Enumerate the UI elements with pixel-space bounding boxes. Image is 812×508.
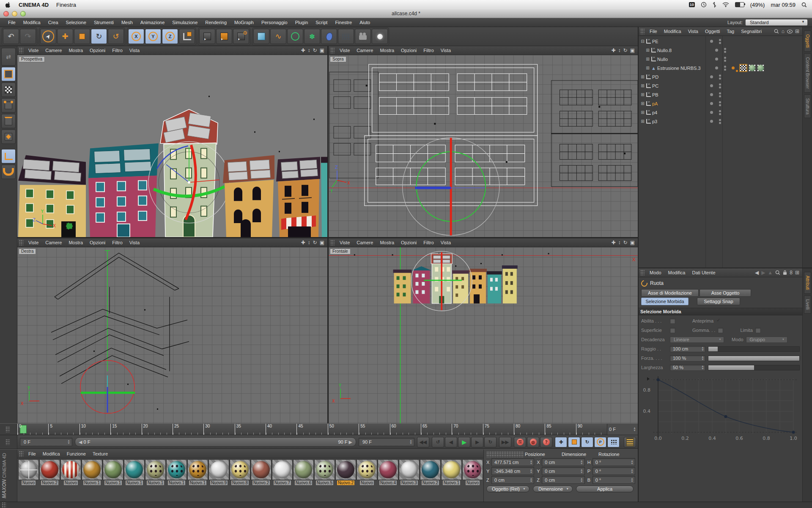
material-menu-item[interactable]: Texture — [89, 451, 111, 456]
render-settings-button[interactable]: ⚙ — [233, 29, 249, 44]
attribute-menu-item[interactable]: Modifica — [665, 270, 689, 275]
viewport-menu-item[interactable]: Filtro — [109, 240, 126, 245]
object-row-pd[interactable]: ⊞PD — [639, 72, 802, 81]
next-frame-button[interactable]: ▶ — [471, 437, 483, 447]
menu-item[interactable]: Crea — [44, 20, 62, 25]
material-item[interactable]: Nuovo.3 — [399, 459, 420, 485]
timeline-tick[interactable]: 25 — [173, 424, 203, 435]
abilita-checkbox[interactable] — [670, 318, 675, 324]
material-item[interactable]: Nuovo — [60, 459, 81, 485]
drag-handle[interactable] — [640, 28, 645, 34]
drag-handle[interactable] — [640, 270, 645, 276]
timeline-frame-field[interactable]: 0 F ▲▼ — [607, 424, 638, 435]
gomma-checkbox[interactable] — [718, 328, 723, 333]
drag-handle[interactable] — [5, 439, 10, 445]
position-x-field[interactable]: 477.571 cm▲▼ — [491, 458, 534, 466]
apply-button[interactable]: Applica — [576, 486, 634, 492]
viewport-menu-item[interactable]: Camere — [353, 240, 376, 245]
pan-view-icon[interactable]: ✚ — [610, 240, 617, 246]
goto-start-button[interactable]: ◀◀ — [417, 437, 429, 447]
drag-handle[interactable] — [19, 451, 23, 457]
tab-content-browser[interactable]: Content Browser — [804, 53, 811, 92]
next-key-button[interactable]: ↻ — [484, 437, 497, 447]
coordinate-system-button[interactable] — [179, 29, 195, 44]
rotate-view-icon[interactable]: ↻ — [622, 47, 629, 53]
undo-button[interactable]: ↶ — [3, 29, 19, 44]
forza-slider[interactable] — [708, 356, 800, 361]
menu-item[interactable]: Modifica — [19, 20, 44, 25]
search-icon[interactable] — [773, 29, 780, 34]
model-mode-button[interactable] — [1, 67, 16, 81]
material-item[interactable]: Nuovo.1 — [441, 459, 462, 485]
menu-item[interactable]: Rendering — [201, 20, 230, 25]
timeline-tick[interactable]: 50 — [328, 424, 359, 435]
anteprima-checkbox[interactable] — [716, 318, 721, 324]
zoom-view-icon[interactable]: ↕ — [307, 240, 312, 246]
viewport-menu-item[interactable]: Filtro — [109, 48, 126, 53]
material-item[interactable]: Nuovo.1 — [187, 459, 208, 485]
drag-handle[interactable] — [486, 451, 523, 457]
layout-dropdown[interactable]: Standard — [745, 19, 808, 26]
material-item[interactable]: Nuovo.8 — [230, 459, 250, 485]
object-manager-menu-item[interactable]: Oggetti — [702, 29, 723, 34]
timeline-tick[interactable]: 45 — [296, 424, 327, 435]
position-y-field[interactable]: -345.348 cm▲▼ — [491, 467, 534, 475]
tab-livelli[interactable]: Livelli — [804, 295, 811, 314]
tag-icon[interactable] — [736, 70, 738, 72]
soft-selection-section-header[interactable]: Selezione Morbida — [639, 308, 802, 315]
timeline-tick[interactable]: 10 — [80, 424, 110, 435]
add-panel-icon[interactable]: ⊞ — [794, 270, 801, 276]
material-menu-item[interactable]: Funzione — [63, 451, 89, 456]
add-camera-button[interactable] — [355, 29, 371, 44]
viewport-menu-item[interactable]: Vista — [437, 48, 454, 53]
object-row-pc[interactable]: ⊞PC — [639, 81, 802, 90]
viewport-menu-item[interactable]: Filtro — [420, 48, 437, 53]
menu-item[interactable]: File — [4, 20, 19, 25]
apple-icon[interactable] — [5, 2, 11, 8]
soft-selection-tab[interactable]: Selezione Morbida — [641, 298, 689, 305]
timeline-tick[interactable]: 20 — [142, 424, 173, 435]
maximize-view-icon[interactable]: ▣ — [318, 47, 326, 53]
material-item[interactable]: Nuovo.1 — [103, 459, 123, 485]
timeline-tick[interactable]: 0 — [17, 424, 48, 435]
pin-icon[interactable]: 8 — [788, 270, 794, 276]
modo-dropdown[interactable]: Gruppo — [746, 337, 787, 343]
history-forward-icon[interactable]: ▶ — [760, 270, 766, 276]
add-primitive-cube-button[interactable] — [253, 29, 269, 44]
viewport-menu-item[interactable]: Vista — [437, 240, 454, 245]
material-item[interactable]: Nuovo.5 — [314, 459, 335, 485]
add-nurbs-generator-button[interactable] — [287, 29, 303, 44]
material-tag-icon[interactable] — [749, 64, 756, 72]
key-scale-toggle[interactable] — [568, 437, 580, 447]
viewport-menu-item[interactable]: Camere — [42, 240, 65, 245]
zoom-view-icon[interactable]: ↕ — [617, 240, 622, 246]
object-row-pb[interactable]: ⊞PB — [639, 90, 802, 99]
position-z-field[interactable]: 0 cm▲▼ — [491, 476, 534, 484]
object-manager-menu-item[interactable]: Vista — [685, 29, 702, 34]
polygons-mode-button[interactable] — [1, 130, 16, 144]
material-item[interactable]: Nuovo.6 — [293, 459, 314, 485]
add-panel-icon[interactable]: ⊞ — [794, 28, 801, 34]
zoom-view-icon[interactable]: ↕ — [617, 47, 622, 53]
viewport-top-canvas[interactable]: Sopra — [329, 55, 638, 237]
move-tool[interactable]: ✚ — [57, 29, 73, 44]
timeline-tick[interactable]: 30 — [203, 424, 234, 435]
raggio-field[interactable]: 100 cm▲▼ — [670, 346, 705, 352]
dimension-y-field[interactable]: 0 cm▲▼ — [542, 467, 584, 475]
larghezza-slider[interactable] — [708, 365, 800, 370]
larghezza-field[interactable]: 50 %▲▼ — [670, 364, 705, 371]
timeline-tick[interactable]: 60 — [390, 424, 421, 435]
current-frame-spinner[interactable]: 0 F▲▼ — [20, 438, 72, 446]
menu-item[interactable]: Plugin — [291, 20, 312, 25]
history-back-icon[interactable]: ◀ — [754, 270, 760, 276]
rotation-h-field[interactable]: 0 °▲▼ — [593, 458, 635, 466]
live-selection-tool[interactable]: ➤ — [40, 29, 56, 44]
object-row-pa[interactable]: ⊞pA — [639, 99, 802, 108]
object-manager-menu-item[interactable]: Tag — [723, 29, 738, 34]
add-light-button[interactable] — [372, 29, 388, 44]
timeline-tick[interactable]: 70 — [452, 424, 483, 435]
battery-icon[interactable] — [735, 2, 744, 7]
timeline-tick[interactable]: 85 — [545, 424, 576, 435]
material-item[interactable]: Nuovo.2 — [335, 459, 356, 485]
timeline-tick[interactable]: 55 — [359, 424, 390, 435]
